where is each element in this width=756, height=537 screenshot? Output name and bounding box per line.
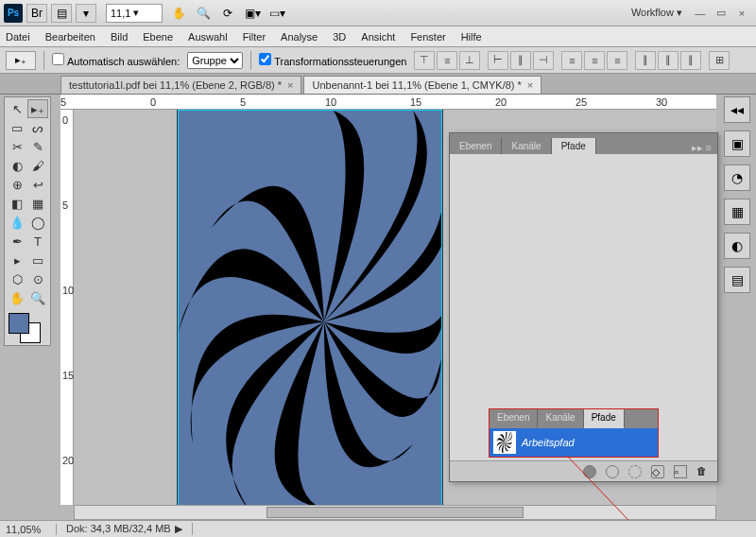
delete-path-icon[interactable]: 🗑 — [696, 465, 710, 478]
zoom-tool-icon[interactable]: 🔍 — [193, 4, 214, 23]
brush-tool[interactable]: 🖌 — [27, 156, 48, 175]
menu-fenster[interactable]: Fenster — [410, 31, 445, 43]
align-right-icon[interactable]: ⊣ — [533, 51, 554, 70]
eyedropper-tool[interactable]: ✎ — [27, 137, 48, 156]
type-tool[interactable]: T — [27, 232, 48, 251]
artboard-tool[interactable]: ▸₊ — [27, 99, 48, 118]
path-list-item[interactable]: Arbeitspfad — [490, 428, 658, 457]
align-hcenter-icon[interactable]: ∥ — [510, 51, 531, 70]
auto-select-type[interactable]: Gruppe — [187, 52, 243, 69]
foreground-swatch[interactable] — [9, 313, 29, 334]
3d-camera-tool[interactable]: ⊙ — [27, 269, 48, 288]
panel-tab-ebenen[interactable]: Ebenen — [450, 138, 502, 154]
screen-mode-icon[interactable]: ▭▾ — [266, 4, 287, 23]
menu-auswahl[interactable]: Auswahl — [188, 31, 228, 43]
adjustments-panel-icon[interactable]: ◐ — [724, 233, 750, 259]
options-bar: ▸₊ Automatisch auswählen: Gruppe Transfo… — [0, 47, 756, 74]
gradient-tool[interactable]: ▦ — [27, 194, 48, 213]
layers-panel-icon[interactable]: ▤ — [724, 267, 750, 293]
callout-tab-ebenen[interactable]: Ebenen — [490, 409, 538, 428]
align-vcenter-icon[interactable]: ≡ — [437, 51, 457, 70]
new-path-icon[interactable]: ▫ — [674, 465, 687, 478]
align-left-icon[interactable]: ⊢ — [488, 51, 508, 70]
dist-vcenter-icon[interactable]: ≡ — [584, 51, 605, 70]
zoom-tool[interactable]: 🔍 — [27, 288, 48, 307]
mini-bridge-button[interactable]: ▤ — [51, 4, 72, 23]
distribute-group: ≡ ≡ ≡ — [561, 51, 627, 70]
spot-heal-tool[interactable]: ◐ — [7, 156, 27, 175]
status-zoom[interactable]: 11,05% — [0, 524, 57, 535]
menu-analyse[interactable]: Analyse — [281, 31, 318, 43]
color-panel-icon[interactable]: ◔ — [724, 165, 750, 191]
document-tab[interactable]: Unbenannt-1 bei 11,1% (Ebene 1, CMYK/8) … — [303, 76, 541, 94]
menu-hilfe[interactable]: Hilfe — [461, 31, 482, 43]
clone-tool[interactable]: ⊕ — [7, 175, 27, 194]
make-workpath-icon[interactable]: ◇ — [651, 465, 664, 478]
menu-bearbeiten[interactable]: Bearbeiten — [45, 31, 95, 43]
fill-path-icon[interactable] — [583, 465, 596, 478]
menu-ansicht[interactable]: Ansicht — [361, 31, 395, 43]
minimize-button[interactable]: — — [692, 8, 709, 19]
dist-hcenter-icon[interactable]: ∥ — [658, 51, 679, 70]
document-tab[interactable]: testtutoria1l.pdf bei 11,1% (Ebene 2, RG… — [60, 76, 301, 94]
panel-menu-icon[interactable]: ▸▸ ≡ — [686, 142, 717, 154]
menu-bild[interactable]: Bild — [111, 31, 128, 43]
hand-tool[interactable]: ✋ — [7, 288, 27, 307]
close-button[interactable]: × — [733, 8, 750, 19]
blur-tool[interactable]: 💧 — [7, 213, 27, 232]
arrange-documents-icon[interactable]: ▣▾ — [242, 4, 263, 23]
zoom-level-input[interactable]: 11,1 ▾ — [106, 4, 163, 23]
pen-tool[interactable]: ✒ — [7, 232, 27, 251]
dodge-tool[interactable]: ◯ — [27, 213, 48, 232]
restore-button[interactable]: ▭ — [713, 7, 730, 19]
dist-left-icon[interactable]: ∥ — [635, 51, 656, 70]
artboard[interactable] — [178, 110, 442, 505]
auto-align-icon[interactable]: ⊞ — [709, 51, 730, 70]
dock-expand-icon[interactable]: ◂◂ — [724, 96, 750, 123]
callout-tab-kanaele[interactable]: Kanäle — [538, 409, 583, 428]
hand-tool-icon[interactable]: ✋ — [168, 4, 189, 23]
lasso-tool[interactable]: ᔕ — [27, 118, 48, 137]
dist-top-icon[interactable]: ≡ — [561, 51, 582, 70]
load-selection-icon[interactable] — [628, 465, 642, 478]
status-doc-info[interactable]: Dok: 34,3 MB/32,4 MB▶ — [57, 523, 193, 535]
menu-datei[interactable]: Datei — [6, 31, 30, 43]
active-tool-indicator[interactable]: ▸₊ — [6, 51, 36, 70]
app-icon: Ps — [4, 4, 23, 23]
menu-3d[interactable]: 3D — [333, 31, 346, 43]
crop-tool[interactable]: ✂ — [7, 137, 27, 156]
eraser-tool[interactable]: ◧ — [7, 194, 27, 213]
transform-controls-checkbox[interactable]: Transformationssteuerungen — [259, 53, 406, 67]
ruler-horizontal[interactable]: 5 0 5 10 15 20 25 30 35 — [60, 95, 716, 110]
rotate-view-icon[interactable]: ⟳ — [217, 4, 238, 23]
marquee-tool[interactable]: ▭ — [7, 118, 27, 137]
dist-bottom-icon[interactable]: ≡ — [607, 51, 627, 70]
dist-right-icon[interactable]: ∥ — [680, 51, 701, 70]
shape-tool[interactable]: ▭ — [27, 251, 48, 269]
3d-tool[interactable]: ⬡ — [7, 269, 27, 288]
callout-tab-pfade[interactable]: Pfade — [584, 409, 625, 428]
menu-ebene[interactable]: Ebene — [143, 31, 173, 43]
history-panel-icon[interactable]: ▣ — [724, 130, 750, 157]
panel-tab-kanaele[interactable]: Kanäle — [502, 138, 551, 154]
chevron-right-icon[interactable]: ▶ — [175, 523, 182, 534]
workspace-switcher[interactable]: Workflow ▾ — [631, 7, 682, 19]
swatches-panel-icon[interactable]: ▦ — [724, 199, 750, 225]
auto-select-checkbox[interactable]: Automatisch auswählen: — [52, 53, 180, 67]
view-extras-button[interactable]: ▾ — [76, 4, 96, 23]
close-tab-icon[interactable]: × — [287, 79, 293, 91]
ruler-vertical[interactable]: 0 5 10 15 20 — [60, 110, 74, 505]
scrollbar-thumb[interactable] — [266, 507, 523, 518]
bridge-button[interactable]: Br — [26, 4, 47, 23]
stroke-path-icon[interactable] — [606, 465, 619, 478]
close-tab-icon[interactable]: × — [527, 79, 533, 91]
scrollbar-horizontal[interactable] — [74, 505, 716, 520]
history-brush-tool[interactable]: ↩ — [27, 175, 48, 194]
menu-filter[interactable]: Filter — [243, 31, 266, 43]
align-bottom-icon[interactable]: ⊥ — [459, 51, 480, 70]
path-select-tool[interactable]: ▸ — [7, 251, 27, 269]
move-tool[interactable]: ↖ — [7, 99, 27, 118]
align-top-icon[interactable]: ⊤ — [414, 51, 435, 70]
color-swatches[interactable] — [7, 311, 48, 343]
panel-tab-pfade[interactable]: Pfade — [552, 138, 596, 154]
